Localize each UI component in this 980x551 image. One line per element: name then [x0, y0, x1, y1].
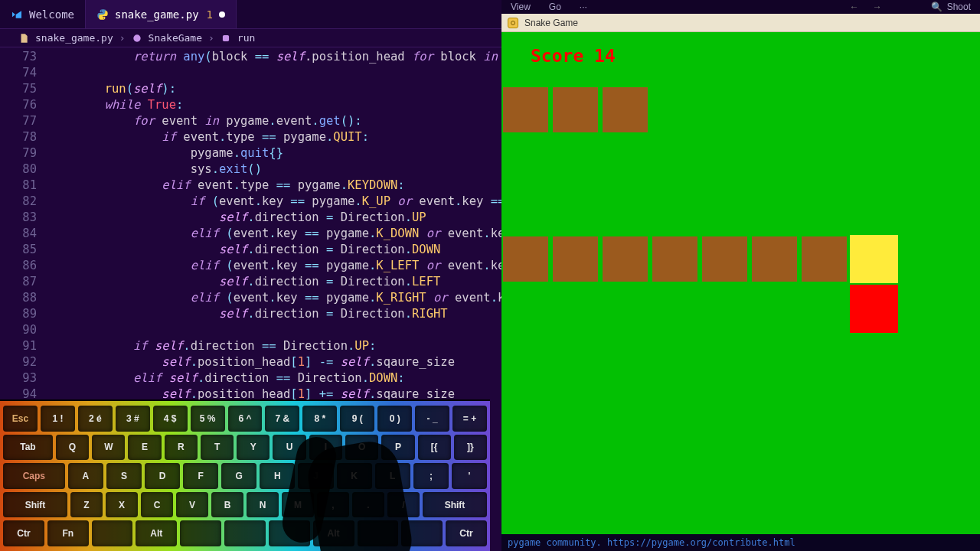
game-window: View Go ··· ← → 🔍 Shoot Snake Game Score… [501, 0, 980, 551]
key-7-: 7 & [265, 406, 299, 432]
key-blank [224, 520, 266, 546]
tab-welcome[interactable]: Welcome [0, 0, 86, 28]
key-u: U [273, 435, 305, 461]
snake-segment [501, 86, 550, 134]
breadcrumb-file: snake_game.py [35, 32, 113, 44]
key--: - _ [415, 406, 449, 432]
breadcrumb[interactable]: snake_game.py › SnakeGame › run [0, 29, 501, 47]
key-blank [92, 520, 133, 546]
menu-view[interactable]: View [511, 2, 531, 12]
key-blank [358, 520, 399, 546]
key-fn: Fn [47, 520, 89, 546]
key-e: E [128, 435, 161, 461]
key-l: L [375, 463, 410, 489]
key-esc: Esc [3, 406, 38, 432]
key-p: P [381, 435, 414, 461]
keyboard-overlay: Esc1 !2 é3 #4 $5 %6 ^7 &8 *9 (0 )- _= +T… [0, 399, 490, 551]
key-tab: Tab [3, 435, 53, 461]
key-8-: 8 * [302, 406, 337, 432]
key-4-: 4 $ [153, 406, 188, 432]
key--: ' [452, 463, 487, 489]
breadcrumb-method: run [237, 32, 255, 44]
svg-point-0 [133, 34, 140, 41]
window-titlebar[interactable]: Snake Game [501, 14, 980, 32]
menu-go[interactable]: Go [549, 2, 561, 12]
key-o: O [345, 435, 378, 461]
key--: ; [413, 463, 449, 489]
nav-forward-icon[interactable]: → [873, 2, 882, 12]
app-icon [508, 18, 518, 28]
key-alt: Alt [136, 520, 177, 546]
key-h: H [260, 463, 295, 489]
key-5-: 5 % [191, 406, 225, 432]
key-g: G [221, 463, 256, 489]
menu-more[interactable]: ··· [580, 2, 587, 12]
key-n: N [247, 492, 279, 518]
key-blank [269, 520, 310, 546]
key-1-: 1 ! [41, 406, 75, 432]
snake-segment [551, 235, 599, 283]
key-i: I [309, 435, 342, 461]
snake-segment [601, 86, 649, 134]
food-block [850, 235, 898, 283]
key--: / [387, 492, 420, 518]
key-m: M [282, 492, 314, 518]
key-alt: Alt [313, 520, 354, 546]
key-r: R [165, 435, 198, 461]
key-3-: 3 # [116, 406, 150, 432]
score-value: 14 [594, 46, 616, 66]
key-q: Q [56, 435, 89, 461]
snake-segment [800, 235, 848, 283]
method-icon [220, 33, 231, 44]
key-0-: 0 ) [377, 406, 412, 432]
key--: [{ [418, 435, 451, 461]
key-k: K [337, 463, 372, 489]
key--: ]} [454, 435, 487, 461]
key-t: T [201, 435, 234, 461]
key-f: F [183, 463, 218, 489]
svg-rect-1 [223, 34, 229, 41]
key-2-: 2 é [78, 406, 113, 432]
game-canvas[interactable]: Score 14 [501, 32, 980, 534]
key--: , [317, 492, 349, 518]
unsaved-dot-icon [219, 11, 225, 18]
key-d: D [145, 463, 180, 489]
key-j: J [298, 463, 333, 489]
key-a: A [68, 463, 103, 489]
snake-segment [501, 235, 550, 283]
key-b: B [211, 492, 243, 518]
nav-back-icon[interactable]: ← [850, 2, 859, 12]
key-6-: 6 ^ [228, 406, 263, 432]
search-label[interactable]: Shoot [947, 2, 971, 12]
key-shift: Shift [3, 492, 67, 518]
key--: = + [452, 406, 487, 432]
key-caps: Caps [3, 463, 65, 489]
snake-segment [750, 235, 799, 283]
breadcrumb-class: SnakeGame [149, 32, 202, 44]
snake-segment [701, 235, 749, 283]
python-file-icon [96, 8, 109, 21]
python-file-icon [18, 33, 29, 44]
key-w: W [92, 435, 125, 461]
key-z: Z [70, 492, 103, 518]
key-s: S [106, 463, 142, 489]
tab-snake-game[interactable]: snake_game.py 1 [86, 0, 237, 28]
snake-segment [601, 235, 649, 283]
snake-segment [551, 86, 599, 134]
key-shift: Shift [423, 492, 487, 518]
key-y: Y [237, 435, 270, 461]
key-v: V [176, 492, 208, 518]
snake-segment [651, 235, 699, 283]
vscode-window: Welcome snake_game.py 1 snake_game.py › … [0, 0, 501, 551]
window-title: Snake Game [524, 18, 578, 28]
key-x: X [106, 492, 138, 518]
snake-head [850, 285, 898, 333]
app-menubar: View Go ··· ← → 🔍 Shoot [501, 0, 980, 14]
tab-file-count: 1 [207, 8, 213, 21]
key-ctr: Ctr [3, 520, 44, 546]
score-label: Score [531, 46, 583, 66]
key-blank [180, 520, 221, 546]
chevron-right-icon: › [208, 32, 214, 44]
key--: . [352, 492, 384, 518]
terminal-footer: pygame community. https://pygame.org/con… [501, 534, 980, 551]
